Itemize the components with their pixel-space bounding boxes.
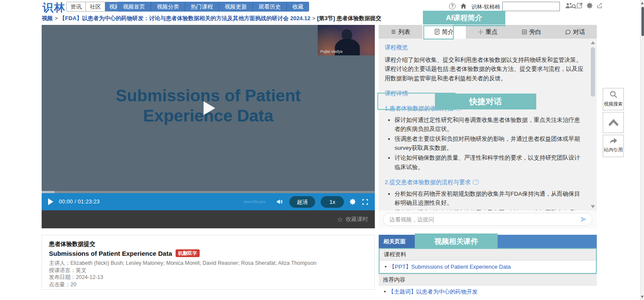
username-label[interactable]: 识林-软棉棉	[471, 3, 500, 11]
share-icon[interactable]	[596, 2, 604, 9]
chat-input-bar	[379, 210, 597, 228]
help-icon[interactable]: ?	[449, 3, 456, 9]
player-footer-bar: ☆ 收藏课时	[42, 210, 375, 228]
header-search	[502, 2, 560, 11]
overview-paragraph: 课程介绍了如何收集、提交和利用患者体验数据以支持药物研发和监管决策。	[385, 55, 585, 65]
publish-date-value: 2024-12-13	[76, 274, 103, 280]
nav-watch-history[interactable]: 观看历史	[253, 2, 287, 12]
play-button[interactable]	[48, 198, 53, 205]
home-icon[interactable]	[460, 3, 467, 11]
recommended-heading: 推荐内容	[379, 274, 597, 285]
chat-input[interactable]	[383, 213, 592, 226]
keypoints-icon	[478, 29, 483, 35]
tab-community[interactable]: 社区	[86, 2, 105, 11]
bullet-item: 讨论如何确保数据的质量、严谨性和科学性的要求，以支持研究团队设计临床试验。	[395, 153, 585, 172]
favorite-star-icon[interactable]: ☆	[337, 215, 343, 224]
tab-chat[interactable]: 对话	[553, 25, 597, 39]
search-input[interactable]	[503, 3, 571, 10]
player-settings-gear-icon[interactable]	[349, 198, 356, 205]
nav-video-home[interactable]: 视频首页	[117, 2, 151, 12]
nav-video-updates[interactable]: 视频更新	[219, 2, 253, 12]
ai-panel: 列表 简介 重点 旁白 对话 课程概览 课程介绍了如何收集、提交和利用患者体验数…	[379, 25, 597, 228]
site-citation-button[interactable]: 站内引用	[603, 135, 624, 157]
cite-arrow-icon	[609, 137, 618, 145]
section-2-bullets: 分析如何在药物开发初期规划数据的收集并与FDA保持沟通，从而确保目标明确且追溯性…	[385, 189, 585, 210]
section-2-title[interactable]: 2.提交患者体验数据的流程与要求	[385, 178, 479, 187]
back-to-top-button[interactable]	[603, 112, 624, 133]
volume-icon[interactable]	[276, 198, 284, 205]
player-controls: 00:00 / 01:23:23 www.fda.gov 超清 1x	[42, 193, 375, 210]
nav-hot-courses[interactable]: 热门课程	[185, 2, 219, 12]
annotation-quick-chat: 快捷对话	[435, 94, 536, 109]
page-scrollbar[interactable]	[640, 0, 644, 300]
quick-chat-bubble-icon[interactable]	[473, 180, 479, 185]
bullet-item: 强调患者主要症状和负担对药物研发的影响，并通过患者权益团体或早期survey获取…	[395, 134, 585, 153]
breadcrumb-separator: >	[310, 15, 317, 21]
views-value: 20	[70, 282, 76, 288]
breadcrumb-video[interactable]: 视频	[42, 15, 53, 21]
site-logo[interactable]: 识林	[43, 0, 66, 15]
users-icon[interactable]	[565, 2, 573, 9]
send-icon[interactable]	[580, 216, 587, 224]
tab-list[interactable]: 列表	[379, 25, 422, 39]
breadcrumb-course[interactable]: 【FDA】以患者为中心的药物研发：讨论与患者体验数据相关的方法及其他方面挑战的研…	[60, 15, 310, 21]
speakers-value: Elizabeth (Nicki) Bush; Lesley Maloney; …	[70, 260, 316, 266]
scrollbar-thumb[interactable]	[641, 7, 644, 36]
ai-panel-tabs: 列表 简介 重点 旁白 对话	[379, 25, 597, 39]
settings-gear-icon[interactable]	[586, 2, 593, 9]
video-search-icon	[609, 90, 618, 99]
course-materials-heading: 课程资料	[380, 249, 596, 261]
site-section-switcher: 资讯 社区 视频	[66, 2, 125, 12]
speaker-picture-in-picture: Pujita Vaidya	[318, 25, 375, 55]
video-nav: 视频首页 视频分类 热门课程 视频更新 观看历史 收藏	[117, 2, 309, 12]
ppt-link[interactable]: 【PPT】Submissions of Patient Experience D…	[389, 264, 511, 270]
panel-scrollbar-thumb[interactable]	[591, 47, 595, 97]
scroll-down-arrow[interactable]	[641, 296, 644, 298]
chat-bubble-icon	[565, 29, 571, 35]
video-title-en: Submissions of Patient Experience Data机翻…	[49, 249, 368, 257]
bullet-item: 分析如何在药物开发初期规划数据的收集并与FDA保持沟通，从而确保目标明确且追溯性…	[395, 189, 585, 208]
scroll-up-arrow[interactable]	[641, 2, 644, 4]
tab-news[interactable]: 资讯	[67, 2, 86, 11]
tab-intro[interactable]: 简介	[422, 25, 466, 39]
nav-video-categories[interactable]: 视频分类	[151, 2, 185, 12]
breadcrumb-current: [第3节] 患者体验数据提交	[317, 15, 382, 21]
course-intro-content: 课程概览 课程介绍了如何收集、提交和利用患者体验数据以支持药物研发和监管决策。 …	[379, 39, 597, 210]
timecode: 00:00 / 01:23:23	[59, 199, 100, 205]
course-overview-heading[interactable]: 课程概览	[385, 43, 585, 52]
tab-keypoints[interactable]: 重点	[466, 25, 510, 39]
quality-button[interactable]: 超清	[289, 196, 315, 208]
nav-favorites[interactable]: 收藏	[287, 2, 309, 12]
video-screen[interactable]: Submissions of Patient Experience Data P…	[42, 25, 375, 191]
video-player: Submissions of Patient Experience Data P…	[42, 25, 375, 228]
speaker-name-caption: Pujita Vaidya	[320, 49, 343, 54]
fullscreen-icon[interactable]	[362, 199, 368, 205]
favorite-lesson-button[interactable]: 收藏课时	[346, 215, 368, 223]
breadcrumb-separator: >	[53, 15, 60, 21]
material-link-row: •【PPT】Submissions of Patient Experience …	[380, 261, 596, 273]
speed-button[interactable]: 1x	[321, 196, 344, 208]
panel-scroll-up-arrow[interactable]	[591, 41, 595, 44]
course-materials-highlight: 课程资料 •【PPT】Submissions of Patient Experi…	[379, 248, 597, 274]
video-search-button[interactable]: 视频搜索	[603, 88, 624, 110]
overview-paragraph: 课程讨论的主要话题包括:患者体验数据的收集方法、提交要求与流程，以及应用数据影响…	[385, 64, 585, 83]
video-watermark: www.fda.gov	[243, 200, 265, 204]
related-pages-tab[interactable]: 相关页面	[379, 235, 416, 248]
page: 识林 资讯 社区 视频 视频首页 视频分类 热门课程 视频更新 观看历史 收藏 …	[0, 0, 644, 300]
annotation-connector-line	[453, 25, 506, 26]
narration-doc-icon	[522, 29, 527, 35]
tab-narration[interactable]: 旁白	[510, 25, 553, 39]
video-info-card: 患者体验数据提交 Submissions of Patient Experien…	[42, 235, 375, 290]
language-value: 英文	[76, 267, 87, 273]
play-overlay-icon[interactable]	[204, 101, 215, 115]
list-icon	[391, 29, 396, 34]
header-action-icons	[565, 2, 604, 9]
video-meta: 主讲人：Elizabeth (Nicki) Bush; Lesley Malon…	[49, 260, 368, 288]
recommended-link-row: •【主题词】以患者为中心的药物开发	[379, 285, 597, 298]
document-icon	[434, 29, 440, 35]
topic-link[interactable]: 【主题词】以患者为中心的药物开发	[389, 288, 478, 295]
machine-subtitle-badge: 机翻双字	[176, 249, 200, 257]
annotation-related-courseware: 视频相关课件	[415, 233, 498, 249]
edit-icon[interactable]	[576, 2, 583, 9]
panel-scroll-down-arrow[interactable]	[591, 205, 595, 208]
